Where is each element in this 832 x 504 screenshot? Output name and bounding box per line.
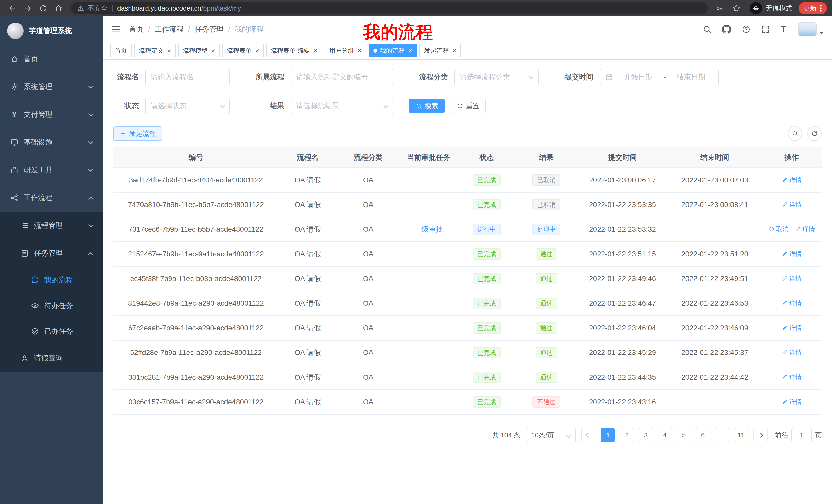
parent-process-input[interactable] xyxy=(290,69,393,85)
tab-process-model[interactable]: 流程模型× xyxy=(178,44,219,57)
star-button[interactable] xyxy=(729,1,744,16)
cell-category: OA xyxy=(337,316,399,340)
sidebar-item-todo-tasks[interactable]: 待办任务 xyxy=(0,293,103,318)
cancel-link[interactable]: 取消 xyxy=(769,225,788,233)
result-select[interactable] xyxy=(290,97,393,114)
tab-user-group[interactable]: 用户分组× xyxy=(325,44,366,57)
more-pages-button[interactable]: … xyxy=(715,428,729,442)
detail-link[interactable]: 详情 xyxy=(782,200,802,208)
detail-link[interactable]: 详情 xyxy=(782,274,802,283)
github-button[interactable] xyxy=(718,21,735,38)
close-icon[interactable]: × xyxy=(452,47,456,54)
detail-link[interactable]: 详情 xyxy=(782,176,802,184)
submit-time-range-picker[interactable]: 开始日期 - 结束日期 xyxy=(600,69,719,85)
cell-name: OA 请假 xyxy=(279,291,337,316)
sidebar-item-my-process[interactable]: 我的流程 xyxy=(0,267,103,293)
toggle-search-button[interactable] xyxy=(788,127,802,141)
close-icon[interactable]: × xyxy=(167,47,171,54)
cell-result: 通过 xyxy=(516,340,577,365)
detail-link[interactable]: 详情 xyxy=(782,373,802,381)
sidebar-item-done-tasks[interactable]: 已办任务 xyxy=(0,318,103,344)
address-bar[interactable]: 不安全 dashboard.yudao.iocoder.cn /bpm/task… xyxy=(71,2,707,15)
page-button-2[interactable]: 2 xyxy=(620,428,634,442)
detail-link[interactable]: 详情 xyxy=(782,398,802,406)
result-select-input[interactable] xyxy=(290,97,393,114)
status-select-input[interactable] xyxy=(145,97,230,114)
current-task-link[interactable]: 一级审批 xyxy=(414,225,443,233)
sidebar-toggle-button[interactable] xyxy=(111,24,121,34)
page-button-5[interactable]: 5 xyxy=(677,428,691,442)
sidebar-item-payment[interactable]: ¥支付管理 xyxy=(0,101,103,129)
cell-category: OA xyxy=(337,217,399,242)
sidebar-item-infra[interactable]: 基础设施 xyxy=(0,129,103,156)
filter-row-2: 状态 结果 搜 xyxy=(113,97,822,114)
home-button[interactable] xyxy=(51,1,66,16)
close-icon[interactable]: × xyxy=(255,47,259,54)
category-select[interactable] xyxy=(454,69,539,85)
close-icon[interactable]: × xyxy=(408,47,412,54)
page-size-select[interactable] xyxy=(526,428,576,442)
detail-link[interactable]: 详情 xyxy=(782,299,802,307)
font-size-button[interactable]: TT xyxy=(777,21,794,38)
sidebar-item-label: 流程管理 xyxy=(34,221,63,230)
sidebar-item-task-manage[interactable]: 任务管理 xyxy=(0,240,103,267)
sidebar-item-system[interactable]: 系统管理 xyxy=(0,73,103,101)
end-date-placeholder[interactable]: 结束日期 xyxy=(669,72,713,82)
tab-process-form[interactable]: 流程表单× xyxy=(222,44,263,57)
page-button-11[interactable]: 11 xyxy=(734,428,748,442)
github-icon xyxy=(722,25,731,34)
tab-home[interactable]: 首页 xyxy=(110,44,132,57)
status-tag: 进行中 xyxy=(473,224,501,235)
tab-process-form-edit[interactable]: 流程表单-编辑× xyxy=(266,44,322,57)
close-icon[interactable]: × xyxy=(358,47,362,54)
process-name-input[interactable] xyxy=(145,69,230,85)
back-button[interactable] xyxy=(5,1,20,16)
start-date-placeholder[interactable]: 开始日期 xyxy=(616,72,660,82)
reload-button[interactable] xyxy=(36,1,50,16)
user-avatar[interactable] xyxy=(798,22,816,36)
detail-link[interactable]: 详情 xyxy=(782,250,802,258)
question-button[interactable] xyxy=(737,21,755,38)
logo-bar[interactable]: 芋道管理系统 xyxy=(0,17,103,45)
forward-button[interactable] xyxy=(21,1,35,16)
goto-page-input[interactable] xyxy=(791,428,812,442)
next-page-button[interactable] xyxy=(753,428,768,442)
edit-icon xyxy=(782,325,788,331)
tab-start-process[interactable]: 发起流程× xyxy=(419,44,461,57)
detail-link[interactable]: 详情 xyxy=(782,348,802,357)
sidebar-item-process-manage[interactable]: 流程管理 xyxy=(0,212,103,240)
sidebar-item-leave-query[interactable]: 请假查询 xyxy=(0,344,103,372)
fullscreen-button[interactable] xyxy=(757,21,774,38)
cell-actions: 详情 xyxy=(761,291,822,316)
navbar: 首页/工作流程/任务管理/我的流程 TT xyxy=(103,17,832,42)
incognito-badge[interactable]: 无痕模式 xyxy=(750,2,792,15)
page-button-1[interactable]: 1 xyxy=(601,428,615,442)
sidebar-item-home[interactable]: 首页 xyxy=(0,45,103,73)
tab-process-definition[interactable]: 流程定义× xyxy=(134,44,176,57)
breadcrumb-item[interactable]: 工作流程 xyxy=(155,24,184,34)
category-select-input[interactable] xyxy=(454,69,539,85)
page-button-4[interactable]: 4 xyxy=(658,428,672,442)
prev-page-button[interactable] xyxy=(581,428,595,442)
create-process-button[interactable]: 发起流程 xyxy=(113,127,162,141)
reset-button[interactable]: 重置 xyxy=(450,99,486,113)
detail-link[interactable]: 详情 xyxy=(795,225,815,233)
key-button[interactable] xyxy=(713,1,727,16)
update-button[interactable]: 更新 xyxy=(799,2,827,15)
close-icon[interactable]: × xyxy=(314,47,317,54)
page-button-3[interactable]: 3 xyxy=(639,428,653,442)
tab-my-process[interactable]: 我的流程× xyxy=(369,44,417,57)
sidebar-item-workflow[interactable]: 工作流程 xyxy=(0,184,103,212)
close-icon[interactable]: × xyxy=(211,47,215,54)
search-button[interactable]: 搜索 xyxy=(409,99,445,113)
detail-link[interactable]: 详情 xyxy=(782,324,802,332)
page-button-6[interactable]: 6 xyxy=(696,428,710,442)
refresh-table-button[interactable] xyxy=(807,127,822,141)
user-menu[interactable] xyxy=(798,22,824,36)
breadcrumb-item[interactable]: 首页 xyxy=(129,24,144,34)
search-button[interactable] xyxy=(698,21,716,38)
kebab-menu-icon[interactable] xyxy=(820,5,822,11)
breadcrumb-item[interactable]: 任务管理 xyxy=(195,24,224,34)
status-select[interactable] xyxy=(145,97,230,114)
sidebar-item-devtools[interactable]: 研发工具 xyxy=(0,156,103,184)
